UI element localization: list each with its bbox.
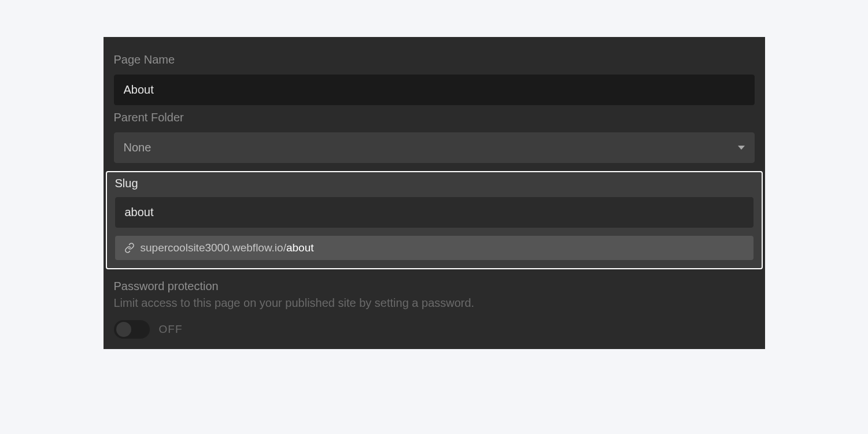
password-toggle-row: OFF <box>114 320 755 339</box>
password-protection-description: Limit access to this page on your publis… <box>114 296 755 310</box>
caret-down-icon <box>738 146 745 150</box>
password-toggle[interactable] <box>114 320 150 339</box>
page-name-input[interactable] <box>114 75 755 105</box>
url-preview-text: supercoolsite3000.webflow.io/about <box>141 242 314 254</box>
slug-input[interactable] <box>115 197 754 228</box>
slug-section: Slug supercoolsite3000.webflow.io/about <box>106 171 763 269</box>
slug-label: Slug <box>115 177 754 190</box>
page-name-label: Page Name <box>114 53 755 66</box>
parent-folder-selected: None <box>124 141 152 154</box>
parent-folder-group: Parent Folder None <box>104 105 765 163</box>
url-preview: supercoolsite3000.webflow.io/about <box>115 236 754 260</box>
password-toggle-state: OFF <box>159 323 183 336</box>
url-slug: about <box>286 242 314 254</box>
page-name-group: Page Name <box>104 47 765 105</box>
link-icon <box>124 243 135 253</box>
parent-folder-label: Parent Folder <box>114 111 755 124</box>
password-protection-title: Password protection <box>114 280 755 293</box>
parent-folder-select[interactable]: None <box>114 132 755 163</box>
password-protection-section: Password protection Limit access to this… <box>104 269 765 339</box>
page-settings-panel: Page Name Parent Folder None Slug superc… <box>104 37 765 349</box>
toggle-knob <box>116 322 131 337</box>
url-base: supercoolsite3000.webflow.io/ <box>141 242 286 254</box>
parent-folder-select-wrap: None <box>114 132 755 163</box>
